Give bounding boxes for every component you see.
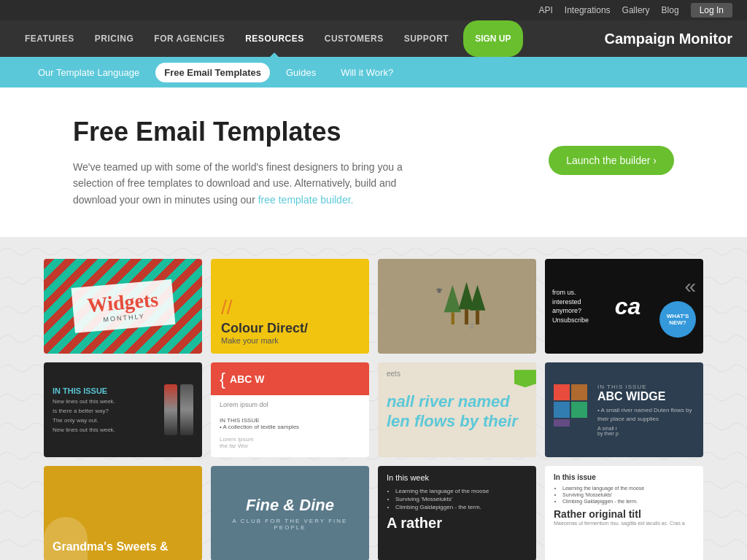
card-body: Lorem ipsum dol xyxy=(211,395,369,414)
template-card-widgets[interactable]: Widgets MONTHLY xyxy=(44,259,202,354)
quote-marks: // xyxy=(221,298,359,318)
svg-rect-5 xyxy=(476,311,479,324)
nav-item-support[interactable]: SUPPORT xyxy=(394,20,460,57)
templates-row-3: Grandma's Sweets & Fine & Dine A CLUB FO… xyxy=(44,466,703,560)
card-body: • A small river named Duten flows by the… xyxy=(597,406,694,422)
sub-nav: Our Template Language Free Email Templat… xyxy=(0,57,747,88)
card-footer: Lorem Ipsumthe far Wor xyxy=(211,433,369,452)
card-title: Fine & Dine xyxy=(246,496,334,515)
nav-item-pricing[interactable]: PRICING xyxy=(85,20,144,57)
whats-new-badge: WHAT'SNEW? xyxy=(659,301,696,338)
card-extra: A small rby their p xyxy=(597,426,694,436)
card-header: In this issue xyxy=(554,473,694,481)
svg-text://: // xyxy=(469,322,473,330)
signup-button[interactable]: SIGN UP xyxy=(463,20,522,57)
card-text: IN THIS ISSUE ABC WIDGE • A small river … xyxy=(597,384,694,435)
skateboard-image xyxy=(164,384,193,435)
card-big-text: A rather xyxy=(387,515,527,532)
card-pretext: eets xyxy=(387,370,527,378)
arrow-icon: « xyxy=(684,275,696,298)
template-card-inner: Widgets MONTHLY xyxy=(71,279,174,333)
grandma-shape xyxy=(44,517,88,560)
svg-marker-6 xyxy=(469,285,485,311)
trees-illustration: // xyxy=(421,277,494,335)
subnav-template-language[interactable]: Our Template Language xyxy=(29,63,148,82)
template-card-inweek[interactable]: In this week Learning the language of th… xyxy=(378,466,536,560)
card-subtitle: A CLUB FOR THE VERY FINE PEOPLE xyxy=(222,518,357,531)
template-card-finedine[interactable]: Fine & Dine A CLUB FOR THE VERY FINE PEO… xyxy=(211,466,369,560)
template-card-river[interactable]: eets nall river namedlen flows by their xyxy=(378,362,536,457)
nav-links: FEATURES PRICING FOR AGENCIES RESOURCES … xyxy=(15,20,604,57)
template-card-text: IN THIS ISSUE New lines out this week. I… xyxy=(53,385,164,435)
geo-shapes xyxy=(554,384,590,435)
skateboard-2 xyxy=(180,384,193,435)
svg-rect-9 xyxy=(571,384,587,400)
geo-svg xyxy=(554,384,590,435)
template-card-colour[interactable]: // Colour Direct/ Make your mark xyxy=(211,259,369,354)
template-card-skate[interactable]: IN THIS ISSUE New lines out this week. I… xyxy=(44,362,202,457)
ribbon-decoration xyxy=(514,370,536,387)
card-items: Learning the language of the moose Survi… xyxy=(554,486,694,504)
svg-rect-12 xyxy=(554,419,570,427)
svg-marker-2 xyxy=(444,285,460,313)
template-card-heading: IN THIS ISSUE xyxy=(53,385,164,398)
templates-row-2: IN THIS ISSUE New lines out this week. I… xyxy=(44,362,703,457)
card-title: ABC W xyxy=(230,373,264,385)
template-card-inissue[interactable]: In this issue Learning the language of t… xyxy=(545,466,703,560)
utility-link-integrations[interactable]: Integrations xyxy=(565,5,611,15)
card-title: nall river namedlen flows by their xyxy=(387,392,527,431)
card-bottom: IN THIS ISSUE• A collection of textile s… xyxy=(211,414,369,433)
bracket-icon: { xyxy=(220,369,225,389)
card-header: { ABC W xyxy=(211,362,369,395)
template-card-subtitle: Make your mark xyxy=(221,336,359,345)
svg-rect-8 xyxy=(554,384,570,400)
nav-item-customers[interactable]: CUSTOMERS xyxy=(314,20,394,57)
template-card-grandma[interactable]: Grandma's Sweets & xyxy=(44,466,202,560)
template-card-abc-geo[interactable]: IN THIS ISSUE ABC WIDGE • A small river … xyxy=(545,362,703,457)
subnav-free-templates[interactable]: Free Email Templates xyxy=(155,63,270,82)
card-header: In this week xyxy=(387,473,527,482)
svg-rect-3 xyxy=(465,309,468,324)
svg-rect-11 xyxy=(571,402,587,418)
subnav-guides[interactable]: Guides xyxy=(277,63,325,82)
svg-point-0 xyxy=(437,289,441,293)
svg-rect-10 xyxy=(554,402,570,418)
template-builder-link[interactable]: free template builder. xyxy=(258,194,354,206)
page-title: Free Email Templates xyxy=(73,117,423,147)
login-button[interactable]: Log In xyxy=(691,3,732,18)
template-card-abc-red[interactable]: { ABC W Lorem ipsum dol IN THIS ISSUE• A… xyxy=(211,362,369,457)
templates-row-1: Widgets MONTHLY // Colour Direct/ Make y… xyxy=(44,259,703,354)
hero-description: We've teamed up with some of the world's… xyxy=(73,159,423,208)
template-card-trees[interactable]: // xyxy=(378,259,536,354)
utility-link-gallery[interactable]: Gallery xyxy=(622,5,650,15)
launch-builder-button[interactable]: Launch the builder › xyxy=(549,146,674,175)
card-items: Learning the language of the moose Survi… xyxy=(387,488,527,510)
main-nav: FEATURES PRICING FOR AGENCIES RESOURCES … xyxy=(0,20,747,57)
template-card-title: Colour Direct/ xyxy=(221,321,359,336)
subnav-will-it-work[interactable]: Will it Work? xyxy=(332,63,402,82)
card-body: Maecenas ut fermentum risu. sagitta est … xyxy=(554,520,694,527)
brand-logo: Campaign Monitor xyxy=(604,31,732,47)
template-card-letter: ca xyxy=(615,293,641,320)
utility-bar: API Integrations Gallery Blog Log In xyxy=(0,0,747,20)
card-subtitle: IN THIS ISSUE xyxy=(597,384,694,390)
template-card-dark[interactable]: from us.interested anymore? Unsubscribe … xyxy=(545,259,703,354)
card-title: ABC WIDGE xyxy=(597,390,694,403)
skateboard-1 xyxy=(164,384,177,435)
templates-section: Widgets MONTHLY // Colour Direct/ Make y… xyxy=(0,237,747,560)
template-card-text: from us.interested anymore? Unsubscribe xyxy=(552,288,596,324)
hero-section: Free Email Templates We've teamed up wit… xyxy=(0,88,747,237)
card-big-text: Rather original titl xyxy=(554,508,694,520)
nav-item-features[interactable]: FEATURES xyxy=(15,20,85,57)
nav-item-resources[interactable]: RESOURCES xyxy=(235,20,314,57)
nav-item-for-agencies[interactable]: FOR AGENCIES xyxy=(144,20,235,57)
utility-link-blog[interactable]: Blog xyxy=(662,5,679,15)
hero-text: Free Email Templates We've teamed up wit… xyxy=(73,117,423,208)
svg-rect-1 xyxy=(451,313,454,325)
utility-link-api[interactable]: API xyxy=(539,5,553,15)
